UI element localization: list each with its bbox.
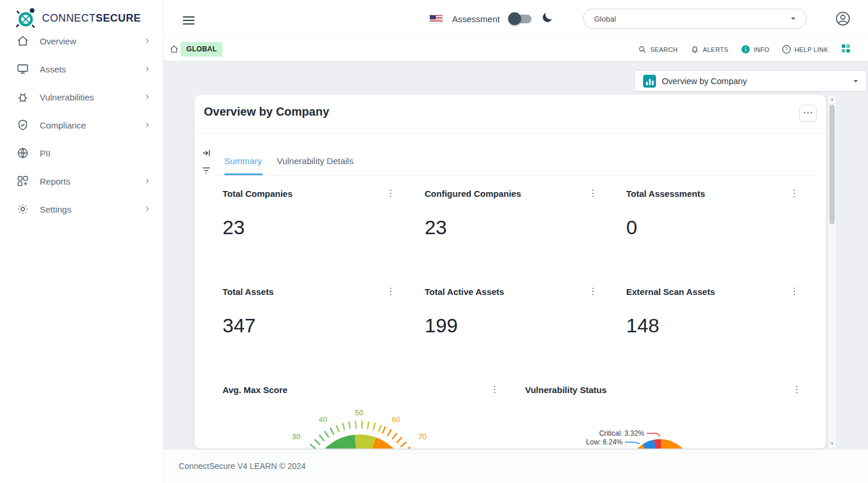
brand-name: CONNECTSECURE (42, 12, 141, 25)
sidebar-item-label: Settings (40, 204, 71, 214)
kebab-menu-icon[interactable]: ⋮ (588, 286, 598, 297)
kebab-menu-icon[interactable]: ⋮ (792, 384, 801, 395)
home-icon[interactable] (169, 44, 179, 56)
company-select[interactable]: Global (583, 9, 807, 29)
sidebar-item-assets[interactable]: Assets (0, 55, 164, 83)
copyright-text: ConnectSecure V4 LEARN © 2024 (179, 461, 305, 471)
globe-icon (16, 147, 29, 159)
sidebar-item-label: Assets (40, 64, 66, 74)
shield-check-icon (16, 119, 29, 131)
bug-icon (16, 91, 29, 103)
kebab-menu-icon[interactable]: ⋮ (790, 286, 799, 297)
svg-text:?: ? (785, 46, 788, 52)
help-link-button[interactable]: ? HELP LINK (782, 45, 828, 54)
stat-value: 23 (223, 216, 395, 239)
stat-value: 347 (223, 314, 395, 337)
tab-summary[interactable]: Summary (224, 147, 262, 175)
pie-callout-low: Low: 6.24% (586, 438, 623, 446)
stat-total-assets: Total Assets ⋮ 347 (223, 286, 395, 337)
avg-max-score-gauge: 30 40 50 60 70 (253, 404, 469, 449)
search-icon (638, 45, 647, 54)
gauge-tick-label: 50 (355, 408, 363, 417)
info-button[interactable]: INFO (741, 45, 769, 54)
vulnerability-status-header: Vulnerability Status ⋮ (525, 384, 801, 398)
sidebar-item-reports[interactable]: Reports (0, 167, 164, 195)
kebab-menu-icon[interactable]: ⋮ (386, 188, 395, 199)
hamburger-menu-icon[interactable] (183, 14, 195, 27)
chevron-right-icon (143, 176, 152, 186)
sidebar-item-label: Vulnerabilities (40, 92, 94, 102)
reports-icon (16, 175, 29, 187)
info-icon (741, 45, 750, 54)
gauge-tick-label: 60 (392, 415, 400, 424)
scrollbar-thumb[interactable] (829, 105, 835, 224)
kebab-menu-icon[interactable]: ⋮ (490, 384, 499, 395)
assessment-mode-label: Assessment (452, 14, 500, 24)
sidebar: CONNECTSECURE Overview Assets Vulnerabil… (0, 0, 164, 483)
sidebar-item-compliance[interactable]: Compliance (0, 111, 164, 139)
company-select-value: Global (594, 15, 616, 23)
vulnerability-status-pie: Critical: 3.32% Low: 6.24% (568, 428, 720, 449)
us-flag-icon[interactable] (429, 15, 443, 23)
divider (214, 175, 818, 176)
breadcrumb-toolbar: GLOBAL SEARCH ALERTS INFO ? HELP LINK (164, 37, 868, 61)
vertical-scrollbar[interactable]: ▲ ▼ (828, 95, 836, 449)
stat-external-scan-assets: External Scan Assets ⋮ 148 (626, 286, 799, 337)
chevron-right-icon (143, 204, 152, 214)
gauge-tick-label: 30 (292, 432, 300, 441)
question-icon: ? (782, 45, 791, 54)
sidebar-item-label: Overview (40, 36, 77, 46)
card-title: Overview by Company (204, 105, 329, 119)
divider (195, 133, 826, 134)
filter-icon[interactable] (202, 166, 211, 178)
gauge-tick-label: 70 (418, 432, 426, 441)
app-root: CONNECTSECURE Overview Assets Vulnerabil… (0, 0, 868, 483)
scroll-up-button[interactable]: ▲ (828, 95, 836, 103)
assessment-mode-controls: Assessment (429, 0, 554, 37)
scroll-down-button[interactable]: ▼ (828, 440, 836, 448)
scope-badge: GLOBAL (180, 42, 223, 57)
gauge-tick-label: 40 (319, 415, 327, 424)
collapse-panel-icon[interactable] (202, 148, 211, 160)
assessment-mode-toggle[interactable] (509, 15, 532, 23)
toolbar-actions: SEARCH ALERTS INFO ? HELP LINK (638, 37, 850, 61)
sidebar-item-label: Reports (40, 176, 71, 186)
stat-total-companies: Total Companies ⋮ 23 (223, 187, 395, 239)
kebab-menu-icon[interactable]: ⋮ (588, 188, 598, 199)
stat-configured-companies: Configured Companies ⋮ 23 (425, 187, 598, 239)
stat-value: 199 (425, 314, 598, 337)
search-button[interactable]: SEARCH (638, 45, 678, 54)
sidebar-item-settings[interactable]: Settings (0, 195, 164, 223)
view-select[interactable]: Overview by Company (634, 70, 867, 92)
card-more-button[interactable]: ⋯ (799, 105, 817, 122)
kebab-menu-icon[interactable]: ⋮ (386, 286, 395, 297)
stat-value: 23 (425, 216, 598, 239)
sidebar-item-label: Compliance (40, 120, 86, 130)
tab-vulnerability-details[interactable]: Vulnerability Details (277, 147, 353, 175)
sidebar-item-pii[interactable]: PII (0, 139, 164, 167)
dark-mode-moon-icon[interactable] (541, 11, 554, 26)
alerts-button[interactable]: ALERTS (690, 45, 728, 54)
chevron-right-icon (143, 36, 152, 46)
pie-callout-critical: Critical: 3.32% (599, 429, 645, 437)
bell-icon (690, 45, 699, 54)
page-footer: ConnectSecure V4 LEARN © 2024 (164, 450, 868, 483)
sidebar-item-overview[interactable]: Overview (0, 27, 164, 55)
avg-max-score-header: Avg. Max Score ⋮ (223, 384, 499, 398)
stat-value: 148 (626, 314, 799, 337)
top-header: Assessment Global (164, 0, 868, 37)
chevron-right-icon (143, 64, 152, 74)
monitor-icon (16, 62, 29, 75)
apps-grid-icon[interactable] (841, 44, 850, 55)
chevron-right-icon (143, 92, 152, 102)
kebab-menu-icon[interactable]: ⋮ (790, 188, 799, 199)
gear-icon (16, 203, 29, 216)
stat-value: 0 (626, 216, 799, 239)
user-account-icon[interactable] (835, 11, 850, 26)
sidebar-item-vulnerabilities[interactable]: Vulnerabilities (0, 83, 164, 111)
overview-card: Overview by Company ⋯ Summary Vulnerabil… (195, 95, 826, 449)
stat-total-assessments: Total Assessments ⋮ 0 (626, 187, 799, 239)
sidebar-item-label: PII (40, 148, 50, 158)
view-select-value: Overview by Company (662, 77, 747, 86)
main-content: Overview by Company Overview by Company … (164, 61, 868, 450)
